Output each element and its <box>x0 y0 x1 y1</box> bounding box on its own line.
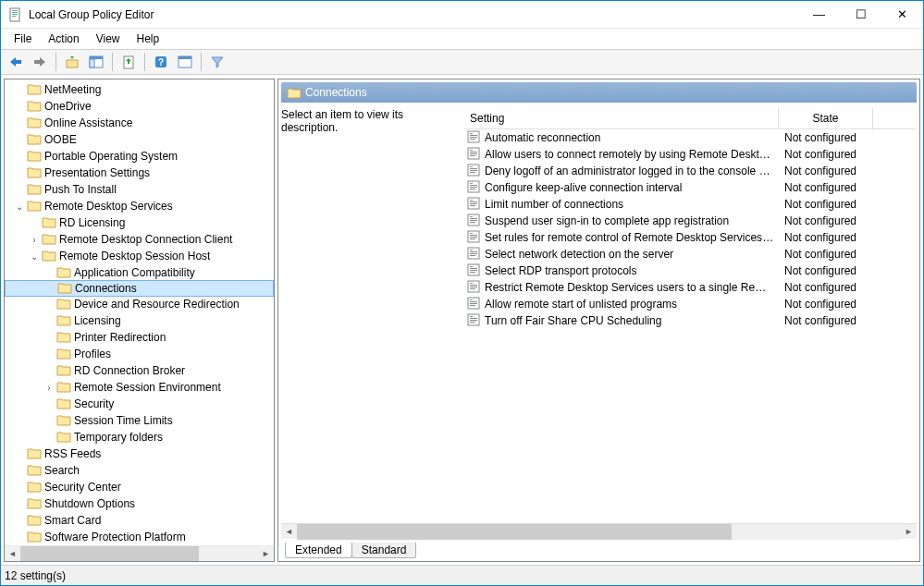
svg-rect-17 <box>470 137 477 138</box>
menu-file[interactable]: File <box>6 31 39 47</box>
scroll-left-icon[interactable]: ◄ <box>281 524 297 540</box>
menu-help[interactable]: Help <box>129 31 167 47</box>
help-button[interactable]: ? <box>150 52 172 72</box>
list-row[interactable]: Select RDP transport protocolsNot config… <box>464 262 917 279</box>
column-state[interactable]: State <box>779 108 873 128</box>
tree-item[interactable]: ›Remote Session Environment <box>5 379 274 396</box>
tree-item[interactable]: Licensing <box>5 312 274 329</box>
minimize-button[interactable]: — <box>798 1 840 28</box>
svg-rect-13 <box>179 56 191 59</box>
folder-icon <box>27 150 42 163</box>
list-row[interactable]: Deny logoff of an administrator logged i… <box>464 163 917 179</box>
tree-item-label: Search <box>44 464 80 477</box>
svg-rect-2 <box>12 12 18 13</box>
tree-pane: NetMeetingOneDriveOnline AssistanceOOBEP… <box>4 79 275 562</box>
expander-icon[interactable]: › <box>27 235 42 245</box>
properties-button[interactable] <box>174 52 196 72</box>
tree-item[interactable]: RD Connection Broker <box>5 362 274 379</box>
list-row[interactable]: Restrict Remote Desktop Services users t… <box>464 279 917 296</box>
tree-item-label: Software Protection Platform <box>44 531 186 543</box>
tree-scroll[interactable]: NetMeetingOneDriveOnline AssistanceOOBEP… <box>5 79 274 545</box>
forward-button[interactable] <box>29 52 51 72</box>
tree-item[interactable]: Presentation Settings <box>5 165 274 181</box>
expander-icon[interactable]: ⌄ <box>12 201 27 212</box>
folder-icon <box>56 314 71 327</box>
show-hide-tree-button[interactable] <box>85 52 107 72</box>
maximize-button[interactable]: ☐ <box>840 1 881 28</box>
folder-icon <box>56 266 71 279</box>
tree-item[interactable]: Security <box>5 396 274 412</box>
close-button[interactable]: ✕ <box>881 1 923 28</box>
list-row[interactable]: Limit number of connectionsNot configure… <box>464 196 917 213</box>
svg-rect-22 <box>470 153 477 154</box>
setting-state: Not configured <box>779 131 873 144</box>
expander-icon[interactable]: ⌄ <box>27 251 42 262</box>
tree-item[interactable]: OneDrive <box>5 98 274 115</box>
tree-item[interactable]: OOBE <box>5 131 274 148</box>
list-hscrollbar[interactable]: ◄ ► <box>281 523 917 539</box>
list-hscroll-thumb[interactable] <box>297 524 732 540</box>
list-row[interactable]: Suspend user sign-in to complete app reg… <box>464 213 917 229</box>
svg-rect-61 <box>470 285 477 286</box>
scroll-right-icon[interactable]: ► <box>901 524 917 540</box>
tree-item[interactable]: Portable Operating System <box>5 148 274 165</box>
menu-action[interactable]: Action <box>41 31 86 47</box>
list-row[interactable]: Turn off Fair Share CPU SchedulingNot co… <box>464 312 917 329</box>
tab-standard[interactable]: Standard <box>351 543 417 558</box>
list-row[interactable]: Allow users to connect remotely by using… <box>464 146 917 163</box>
tree-item[interactable]: Search <box>5 462 274 479</box>
tree-item[interactable]: RD Licensing <box>5 214 274 231</box>
tree-item-label: OneDrive <box>44 100 92 113</box>
list-row[interactable]: Automatic reconnectionNot configured <box>464 129 917 146</box>
tree-hscrollbar[interactable]: ◄ ► <box>5 545 274 561</box>
list-row[interactable]: Select network detection on the serverNo… <box>464 246 917 262</box>
tree-item[interactable]: RSS Feeds <box>5 446 274 462</box>
column-setting[interactable]: Setting <box>464 108 779 128</box>
tree-item[interactable]: Software Protection Platform <box>5 529 274 545</box>
tree-item[interactable]: Security Center <box>5 479 274 495</box>
scroll-right-icon[interactable]: ► <box>258 546 274 562</box>
tree-item[interactable]: ⌄Remote Desktop Session Host <box>5 248 274 264</box>
filter-button[interactable] <box>206 52 228 72</box>
setting-state: Not configured <box>779 281 873 294</box>
tree-item-label: Printer Redirection <box>74 331 166 344</box>
tree-item[interactable]: Shutdown Options <box>5 495 274 512</box>
tree-item[interactable]: Push To Install <box>5 181 274 198</box>
tree-item[interactable]: Device and Resource Redirection <box>5 296 274 312</box>
svg-rect-51 <box>470 251 477 252</box>
tree-item[interactable]: Smart Card <box>5 512 274 529</box>
tree-hscroll-thumb[interactable] <box>20 546 199 562</box>
scroll-left-icon[interactable]: ◄ <box>5 546 20 562</box>
folder-icon <box>56 414 71 427</box>
menu-view[interactable]: View <box>89 31 128 47</box>
details-header-title: Connections <box>305 86 367 99</box>
tree-item[interactable]: Temporary folders <box>5 429 274 446</box>
tree-item[interactable]: ⌄Remote Desktop Services <box>5 198 274 214</box>
tree-item-label: Online Assistance <box>44 116 132 129</box>
list-row[interactable]: Set rules for remote control of Remote D… <box>464 229 917 246</box>
expander-icon[interactable]: › <box>42 383 56 393</box>
tree-item[interactable]: Session Time Limits <box>5 412 274 429</box>
export-button[interactable] <box>117 52 140 72</box>
tab-extended[interactable]: Extended <box>285 543 352 558</box>
setting-name: Deny logoff of an administrator logged i… <box>485 165 779 177</box>
up-button[interactable] <box>61 52 83 72</box>
policy-icon <box>467 197 482 212</box>
tree-item[interactable]: Profiles <box>5 346 274 362</box>
tree-item[interactable]: Online Assistance <box>5 115 274 131</box>
tree-item-label: Smart Card <box>44 514 101 527</box>
tree-item[interactable]: Connections <box>5 280 274 297</box>
list-row[interactable]: Allow remote start of unlisted programsN… <box>464 296 917 312</box>
folder-icon <box>27 514 42 527</box>
tree-item[interactable]: Application Compatibility <box>5 264 274 281</box>
tree-item[interactable]: Printer Redirection <box>5 329 274 346</box>
svg-rect-46 <box>470 235 477 236</box>
details-pane: Connections Select an item to view its d… <box>277 79 920 562</box>
tree-item[interactable]: NetMeeting <box>5 81 274 98</box>
list-row[interactable]: Configure keep-alive connection interval… <box>464 179 917 196</box>
svg-rect-48 <box>470 238 475 239</box>
tree-item[interactable]: ›Remote Desktop Connection Client <box>5 231 274 248</box>
svg-rect-37 <box>470 203 477 204</box>
back-button[interactable] <box>5 52 27 72</box>
tree-item-label: Remote Desktop Session Host <box>59 250 210 262</box>
